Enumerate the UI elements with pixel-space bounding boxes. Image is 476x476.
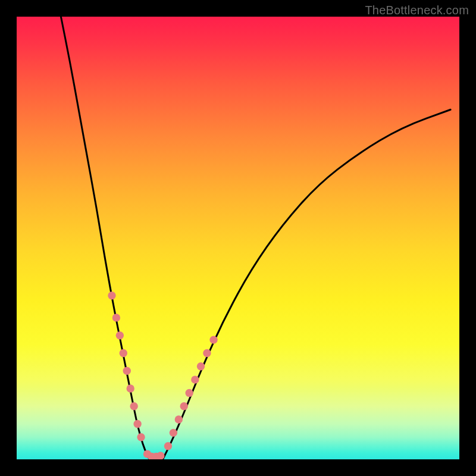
left-beads-dot xyxy=(130,402,137,410)
right-beads-dot xyxy=(185,389,193,397)
watermark-text: TheBottleneck.com xyxy=(365,4,469,17)
right-beads-dot xyxy=(209,336,217,343)
right-beads-dot xyxy=(191,375,199,383)
left-beads-dot xyxy=(112,314,120,321)
right-beads-dot xyxy=(175,415,183,423)
right-beads-dot xyxy=(203,349,211,357)
right-beads-dot xyxy=(197,362,205,370)
right-beads-dot xyxy=(170,429,177,437)
marker-layer xyxy=(17,17,459,459)
left-beads-dot xyxy=(116,331,124,339)
chart-frame: TheBottleneck.com xyxy=(0,0,476,476)
left-beads-dot xyxy=(137,433,145,441)
plot-area xyxy=(17,17,459,459)
left-beads-dot xyxy=(127,384,134,392)
right-beads-dot xyxy=(180,402,188,410)
marker-group xyxy=(108,292,218,459)
left-beads-dot xyxy=(123,367,131,375)
floor-beads-dot xyxy=(156,452,164,459)
left-beads-dot xyxy=(120,349,127,357)
left-beads-dot xyxy=(108,292,115,299)
left-beads-dot xyxy=(133,420,141,428)
right-beads-dot xyxy=(164,442,172,450)
